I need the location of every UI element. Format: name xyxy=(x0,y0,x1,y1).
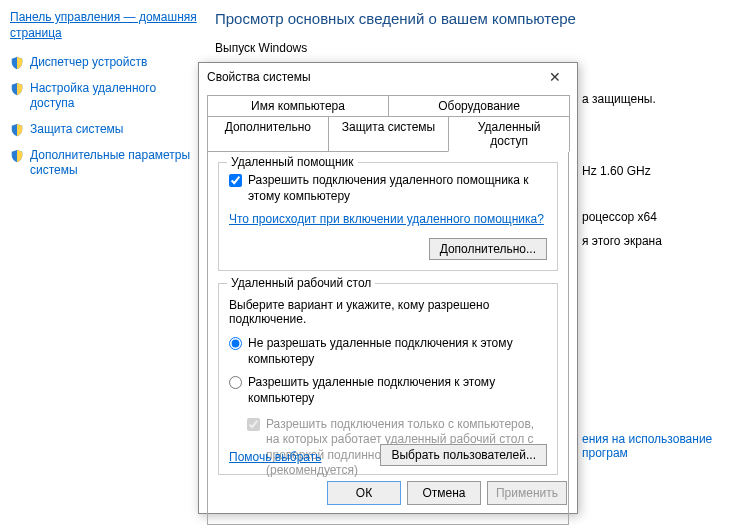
control-panel-home-link[interactable]: Панель управления — домашняя страница xyxy=(10,10,200,41)
allow-remote-row[interactable]: Разрешить удаленные подключения к этому … xyxy=(229,375,547,406)
help-choose-link[interactable]: Помочь выбрать xyxy=(229,450,322,464)
sidebar-item-advanced-settings[interactable]: Дополнительные параметры системы xyxy=(10,148,200,179)
sidebar-item-label: Дополнительные параметры системы xyxy=(30,148,200,179)
tab-system-protection[interactable]: Защита системы xyxy=(328,116,450,152)
tab-advanced[interactable]: Дополнительно xyxy=(207,116,329,152)
deny-remote-label: Не разрешать удаленные подключения к это… xyxy=(248,336,547,367)
dialog-tabs: Имя компьютера Оборудование Дополнительн… xyxy=(199,91,577,152)
deny-remote-row[interactable]: Не разрешать удаленные подключения к это… xyxy=(229,336,547,367)
remote-desktop-description: Выберите вариант и укажите, кому разреше… xyxy=(229,298,547,326)
allow-remote-label: Разрешить удаленные подключения к этому … xyxy=(248,375,547,406)
select-users-button[interactable]: Выбрать пользователей... xyxy=(380,444,547,466)
screen-text-fragment: я этого экрана xyxy=(582,234,662,248)
shield-icon xyxy=(10,56,24,70)
remote-desktop-group: Удаленный рабочий стол Выберите вариант … xyxy=(218,283,558,475)
tab-hardware[interactable]: Оборудование xyxy=(388,95,570,116)
remote-assistance-group: Удаленный помощник Разрешить подключения… xyxy=(218,162,558,271)
deny-remote-radio[interactable] xyxy=(229,337,242,350)
system-properties-dialog: Свойства системы ✕ Имя компьютера Оборуд… xyxy=(198,62,578,514)
close-button[interactable]: ✕ xyxy=(535,65,575,89)
cancel-button[interactable]: Отмена xyxy=(407,481,481,505)
nla-checkbox xyxy=(247,418,260,431)
allow-remote-assistance-checkbox[interactable] xyxy=(229,174,242,187)
allow-remote-assistance-row[interactable]: Разрешить подключения удаленного помощни… xyxy=(229,173,547,204)
tab-remote[interactable]: Удаленный доступ xyxy=(448,116,570,152)
license-link-fragment[interactable]: ения на использование програм xyxy=(582,432,730,460)
rights-text-fragment: а защищены. xyxy=(582,92,656,106)
tab-remote-panel: Удаленный помощник Разрешить подключения… xyxy=(207,151,569,525)
apply-button: Применить xyxy=(487,481,567,505)
sidebar-item-label: Защита системы xyxy=(30,122,123,138)
dialog-button-row: ОК Отмена Применить xyxy=(327,481,567,505)
sidebar-item-device-manager[interactable]: Диспетчер устройств xyxy=(10,55,200,71)
shield-icon xyxy=(10,123,24,137)
close-icon: ✕ xyxy=(549,69,561,85)
windows-edition-label: Выпуск Windows xyxy=(215,41,715,55)
cpu-text-fragment: Hz 1.60 GHz xyxy=(582,164,651,178)
sidebar-item-label: Диспетчер устройств xyxy=(30,55,147,71)
sidebar-item-remote-settings[interactable]: Настройка удаленного доступа xyxy=(10,81,200,112)
sidebar: Панель управления — домашняя страница Ди… xyxy=(10,10,200,189)
arch-text-fragment: роцессор x64 xyxy=(582,210,657,224)
shield-icon xyxy=(10,82,24,96)
dialog-titlebar[interactable]: Свойства системы ✕ xyxy=(199,63,577,91)
tab-computer-name[interactable]: Имя компьютера xyxy=(207,95,389,116)
sidebar-item-label: Настройка удаленного доступа xyxy=(30,81,200,112)
allow-remote-radio[interactable] xyxy=(229,376,242,389)
remote-assistance-help-link[interactable]: Что происходит при включении удаленного … xyxy=(229,212,544,226)
remote-desktop-group-title: Удаленный рабочий стол xyxy=(227,276,375,290)
dialog-title: Свойства системы xyxy=(207,70,535,84)
remote-assistance-group-title: Удаленный помощник xyxy=(227,155,358,169)
shield-icon xyxy=(10,149,24,163)
sidebar-item-system-protection[interactable]: Защита системы xyxy=(10,122,200,138)
main-content: Просмотр основных сведений о вашем компь… xyxy=(215,10,715,61)
page-heading: Просмотр основных сведений о вашем компь… xyxy=(215,10,715,27)
allow-remote-assistance-label: Разрешить подключения удаленного помощни… xyxy=(248,173,547,204)
ok-button[interactable]: ОК xyxy=(327,481,401,505)
remote-assistance-advanced-button[interactable]: Дополнительно... xyxy=(429,238,547,260)
